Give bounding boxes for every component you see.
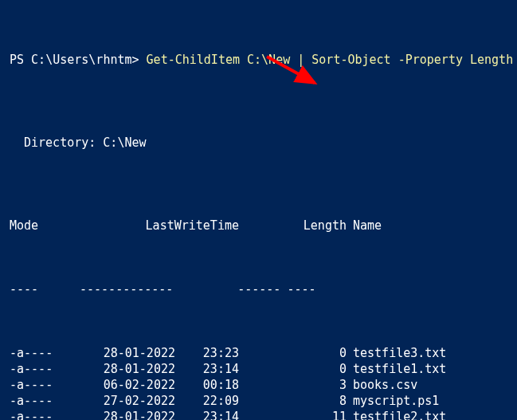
dash-row: ----------------------- ---- (0, 281, 517, 297)
cell-mode: -a---- (10, 361, 80, 377)
table-row: -a----28-01-202223:230 testfile3.txt (0, 345, 517, 361)
terminal[interactable]: PS C:\Users\rhntm> Get-ChildItem C:\New … (0, 0, 517, 420)
dash-mode: ---- (10, 281, 80, 297)
cell-time: 23:14 (175, 361, 239, 377)
cell-date: 27-02-2022 (80, 393, 175, 409)
dash-lastwritetime: ------------- (80, 282, 173, 296)
cell-date: 28-01-2022 (80, 409, 175, 420)
dash-length: ------ (173, 281, 280, 297)
directory-path: C:\New (103, 135, 146, 150)
prompt-line: PS C:\Users\rhntm> Get-ChildItem C:\New … (0, 52, 517, 68)
cell-time: 23:14 (175, 409, 239, 420)
cell-mode: -a---- (10, 393, 80, 409)
table-row: -a----27-02-202222:098 myscript.ps1 (0, 393, 517, 409)
header-row: ModeLastWriteTimeLength Name (0, 218, 517, 234)
table-row: -a----28-01-202223:140 testfile1.txt (0, 361, 517, 377)
table-row: -a----06-02-202200:183 books.csv (0, 377, 517, 393)
cell-length: 3 (239, 377, 347, 393)
cell-length: 0 (239, 345, 347, 361)
dash-name: ---- (287, 281, 315, 297)
cell-mode: -a---- (10, 377, 80, 393)
cell-name: testfile2.txt (353, 409, 446, 420)
cell-time: 22:09 (175, 393, 239, 409)
directory-line: Directory: C:\New (0, 135, 517, 151)
cell-mode: -a---- (10, 409, 80, 420)
cell-date: 28-01-2022 (80, 345, 175, 361)
header-lastwritetime: LastWriteTime (80, 218, 239, 234)
cell-date: 06-02-2022 (80, 377, 175, 393)
header-length: Length (239, 218, 347, 234)
header-mode: Mode (10, 218, 80, 234)
cell-time: 00:18 (175, 377, 239, 393)
prompt-prefix: PS C:\Users\rhntm> (10, 53, 147, 67)
header-name: Name (353, 218, 382, 234)
cell-name: testfile3.txt (353, 345, 446, 361)
cell-name: testfile1.txt (353, 361, 446, 377)
cell-name: books.csv (353, 377, 417, 393)
directory-label: Directory: (24, 135, 103, 150)
cell-length: 11 (239, 409, 347, 420)
cell-length: 8 (239, 393, 347, 409)
cell-name: myscript.ps1 (353, 393, 439, 409)
command-input: Get-ChildItem C:\New | Sort-Object -Prop… (147, 53, 514, 67)
cell-mode: -a---- (10, 345, 80, 361)
cell-date: 28-01-2022 (80, 361, 175, 377)
cell-length: 0 (239, 361, 347, 377)
cell-time: 23:23 (175, 345, 239, 361)
table-row: -a----28-01-202223:1411 testfile2.txt (0, 409, 517, 420)
rows-container: -a----28-01-202223:230 testfile3.txt-a--… (0, 345, 517, 420)
